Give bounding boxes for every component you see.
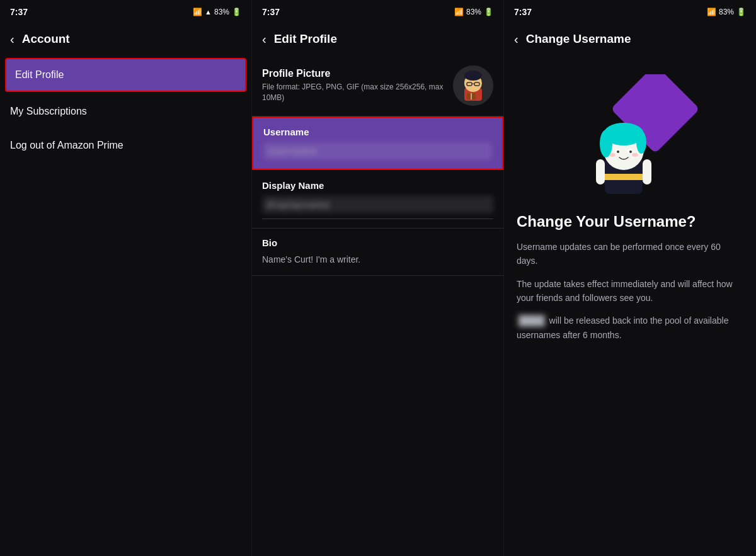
- battery-percent-2: 83%: [466, 8, 481, 16]
- illustration-area: [504, 55, 756, 213]
- battery-icon-2: 🔋: [484, 8, 493, 16]
- status-time-3: 7:37: [514, 7, 532, 17]
- logout-amazon-label: Log out of Amazon Prime: [10, 140, 123, 150]
- profile-picture-label: Profile Picture: [262, 68, 453, 79]
- status-bar-2: 7:37 📶 83% 🔋: [252, 0, 503, 23]
- change-username-panel: 7:37 📶 83% 🔋 ‹ Change Username: [504, 0, 756, 556]
- status-icons-1: 📶 ▲ 83% 🔋: [193, 8, 241, 16]
- status-bar-3: 7:37 📶 83% 🔋: [504, 0, 756, 23]
- back-button-1[interactable]: ‹: [10, 33, 14, 45]
- status-time-1: 7:37: [10, 7, 28, 17]
- body-line-2: The update takes effect immediately and …: [517, 277, 743, 305]
- svg-point-3: [464, 71, 482, 81]
- edit-profile-panel: 7:37 📶 83% 🔋 ‹ Edit Profile Profile Pict…: [252, 0, 504, 556]
- wifi-icon-2: 📶: [454, 8, 464, 16]
- edit-profile-title: Edit Profile: [274, 32, 337, 46]
- svg-point-20: [609, 153, 616, 157]
- display-name-label: Display Name: [262, 180, 493, 191]
- edit-profile-label: Edit Profile: [15, 69, 64, 80]
- change-username-body: Username updates can be performed once e…: [504, 240, 756, 351]
- menu-item-logout-amazon[interactable]: Log out of Amazon Prime: [0, 128, 251, 162]
- signal-icon: ▲: [205, 8, 212, 16]
- username-value: username: [263, 142, 492, 160]
- username-label: Username: [263, 127, 492, 137]
- status-icons-3: 📶 83% 🔋: [707, 8, 746, 16]
- svg-rect-11: [605, 174, 643, 180]
- battery-percent-3: 83%: [719, 8, 734, 16]
- display-name-field-section[interactable]: Display Name displayname: [252, 171, 503, 229]
- account-title: Account: [22, 32, 70, 46]
- svg-rect-23: [596, 159, 605, 184]
- svg-point-21: [632, 153, 638, 157]
- status-bar-1: 7:37 📶 ▲ 83% 🔋: [0, 0, 251, 23]
- subscriptions-label: My Subscriptions: [10, 106, 87, 116]
- back-button-2[interactable]: ‹: [262, 33, 266, 45]
- bio-field-section[interactable]: Bio Name's Curt! I'm a writer.: [252, 229, 503, 276]
- avatar-image: [453, 65, 493, 106]
- profile-picture-section[interactable]: Profile Picture File format: JPEG, PNG, …: [252, 55, 503, 116]
- change-username-header: ‹ Change Username: [504, 23, 756, 55]
- svg-point-19: [629, 150, 632, 153]
- blurred-username: ████: [517, 314, 547, 327]
- wifi-icon-3: 📶: [707, 8, 716, 16]
- status-icons-2: 📶 83% 🔋: [454, 8, 493, 16]
- battery-icon-1: 🔋: [232, 8, 241, 16]
- battery-icon-3: 🔋: [736, 8, 746, 16]
- account-panel: 7:37 📶 ▲ 83% 🔋 ‹ Account Edit Profile My…: [0, 0, 252, 556]
- change-your-username-heading: Change Your Username?: [504, 213, 756, 240]
- body-line-3: ████ will be released back into the pool…: [517, 314, 743, 342]
- edit-profile-header: ‹ Edit Profile: [252, 23, 503, 55]
- svg-rect-22: [643, 159, 651, 184]
- display-name-divider: [262, 218, 493, 219]
- avatar[interactable]: [453, 65, 493, 106]
- menu-item-edit-profile[interactable]: Edit Profile: [5, 58, 246, 92]
- username-field-section[interactable]: Username username: [252, 116, 503, 170]
- display-name-value: displayname: [262, 196, 493, 213]
- battery-percent-1: 83%: [214, 8, 229, 16]
- change-username-title: Change Username: [526, 32, 631, 46]
- svg-point-15: [636, 131, 646, 154]
- profile-pic-info: Profile Picture File format: JPEG, PNG, …: [262, 68, 453, 103]
- svg-point-18: [617, 150, 619, 153]
- wifi-icon: 📶: [193, 8, 202, 16]
- menu-item-subscriptions[interactable]: My Subscriptions: [0, 94, 251, 128]
- bio-value: Name's Curt! I'm a writer.: [262, 253, 493, 266]
- body-line-1: Username updates can be performed once e…: [517, 240, 743, 268]
- back-button-3[interactable]: ‹: [514, 33, 518, 45]
- status-time-2: 7:37: [262, 7, 280, 17]
- character-illustration: [561, 74, 699, 200]
- bio-label: Bio: [262, 237, 493, 248]
- account-header: ‹ Account: [0, 23, 251, 55]
- svg-point-14: [600, 130, 612, 157]
- profile-picture-desc: File format: JPEG, PNG, GIF (max size 25…: [262, 82, 453, 103]
